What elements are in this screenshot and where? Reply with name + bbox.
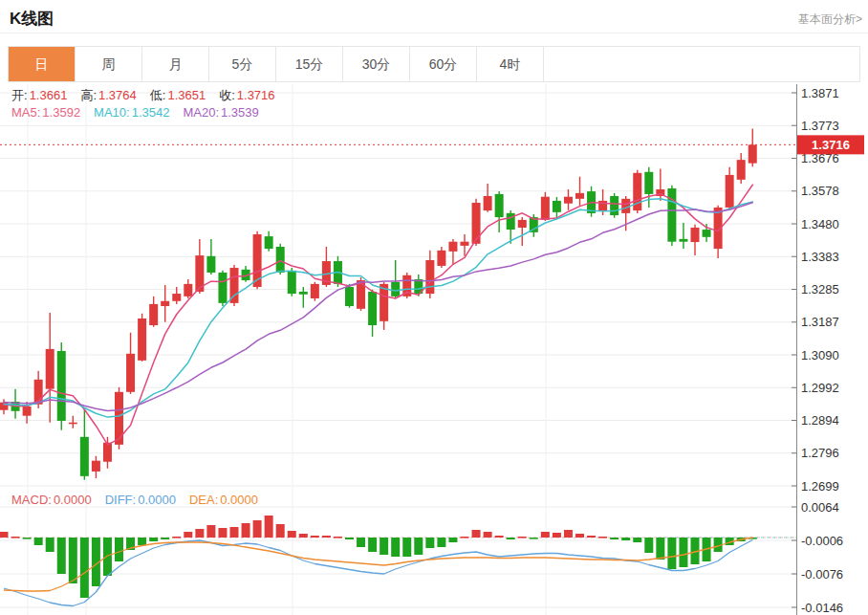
svg-text:1.2992: 1.2992 [801, 381, 839, 395]
svg-text:1.3285: 1.3285 [801, 282, 839, 297]
ma-legend: MA5:1.3592MA10:1.3542MA20:1.3539 [11, 104, 272, 121]
svg-text:-0.0006: -0.0006 [801, 534, 843, 548]
svg-text:1.3578: 1.3578 [801, 184, 839, 198]
legend-item: MACD:0.0000 [11, 493, 92, 507]
ma10-line [4, 199, 752, 417]
ohlc-legend: 开:1.3661高:1.3764低:1.3651收:1.3716 [11, 87, 289, 104]
grid [0, 84, 796, 615]
macd-legend: MACD:0.0000DIFF:0.0000DEA:0.0000 [11, 492, 271, 509]
legend-item: 收:1.3716 [219, 88, 274, 102]
legend-item: MA10:1.3542 [94, 105, 169, 120]
svg-text:1.3773: 1.3773 [801, 119, 839, 133]
legend-item: MA20:1.3539 [183, 105, 258, 120]
svg-text:1.3716: 1.3716 [812, 138, 850, 152]
legend-item: 开:1.3661 [11, 88, 67, 102]
legend-item: MA5:1.3592 [11, 105, 80, 120]
svg-text:1.2699: 1.2699 [801, 479, 839, 494]
legend-item: DIFF:0.0000 [105, 493, 176, 507]
svg-text:0.0064: 0.0064 [801, 500, 839, 515]
candles [0, 129, 757, 480]
svg-text:1.2796: 1.2796 [801, 446, 839, 460]
svg-text:1.3187: 1.3187 [801, 315, 839, 329]
y-axis-labels: 1.38711.37731.36761.35781.34801.33831.32… [792, 86, 843, 615]
svg-text:1.3480: 1.3480 [801, 217, 839, 231]
macd-histogram [0, 516, 757, 598]
ma20-line [4, 203, 752, 411]
svg-text:1.2894: 1.2894 [801, 413, 839, 428]
svg-text:1.3871: 1.3871 [801, 86, 839, 100]
kline-page: K线图 基本面分析> 日周月5分15分30分60分4时 1.38711.3773… [0, 0, 868, 615]
svg-text:1.3383: 1.3383 [801, 250, 839, 264]
svg-text:-0.0076: -0.0076 [801, 567, 843, 582]
legend-item: 低:1.3651 [150, 88, 206, 102]
legend-item: 高:1.3764 [80, 88, 136, 102]
legend-item: DEA:0.0000 [189, 493, 258, 507]
svg-text:1.3090: 1.3090 [801, 348, 839, 362]
svg-text:-0.0146: -0.0146 [801, 601, 843, 615]
current-price-badge: 1.3716 [797, 135, 864, 154]
